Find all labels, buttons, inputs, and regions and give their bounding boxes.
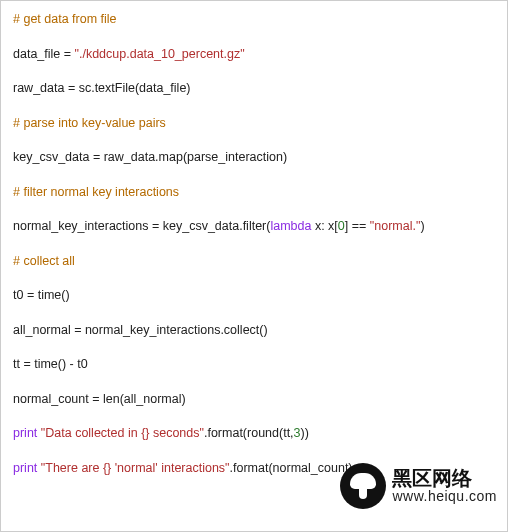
- code-line: normal_key_interactions = key_csv_data.f…: [13, 218, 495, 236]
- code-text: normal_key_interactions = key_csv_data.f…: [13, 219, 270, 233]
- code-text: )): [301, 426, 309, 440]
- code-line: raw_data = sc.textFile(data_file): [13, 80, 495, 98]
- string-literal: "There are {} 'normal' interactions": [41, 461, 230, 475]
- watermark-url: www.heiqu.com: [392, 489, 497, 504]
- code-line: key_csv_data = raw_data.map(parse_intera…: [13, 149, 495, 167]
- code-text: all_normal = normal_key_interactions.col…: [13, 323, 268, 337]
- code-line: # collect all: [13, 253, 495, 271]
- mushroom-icon: [340, 463, 386, 509]
- code-text: ] ==: [345, 219, 370, 233]
- number-literal: 3: [294, 426, 301, 440]
- keyword: print: [13, 426, 37, 440]
- watermark-text: 黑区网络 www.heiqu.com: [392, 468, 497, 504]
- code-text: raw_data = sc.textFile(data_file): [13, 81, 191, 95]
- watermark-title: 黑区网络: [392, 468, 497, 489]
- code-line: # parse into key-value pairs: [13, 115, 495, 133]
- keyword: lambda: [270, 219, 311, 233]
- code-text: x: x[: [311, 219, 337, 233]
- code-text: .format(round(tt,: [204, 426, 294, 440]
- comment: # parse into key-value pairs: [13, 116, 166, 130]
- comment: # collect all: [13, 254, 75, 268]
- code-line: normal_count = len(all_normal): [13, 391, 495, 409]
- number-literal: 0: [338, 219, 345, 233]
- code-line: print "Data collected in {} seconds".for…: [13, 425, 495, 443]
- code-text: data_file =: [13, 47, 75, 61]
- keyword: print: [13, 461, 37, 475]
- code-text: normal_count = len(all_normal): [13, 392, 186, 406]
- code-text: .format(normal_count): [230, 461, 353, 475]
- code-line: # filter normal key interactions: [13, 184, 495, 202]
- code-text: t0 = time(): [13, 288, 70, 302]
- code-line: all_normal = normal_key_interactions.col…: [13, 322, 495, 340]
- watermark: 黑区网络 www.heiqu.com: [340, 463, 497, 509]
- code-line: t0 = time(): [13, 287, 495, 305]
- code-line: tt = time() - t0: [13, 356, 495, 374]
- code-text: tt = time() - t0: [13, 357, 88, 371]
- string-literal: "normal.": [370, 219, 421, 233]
- code-text: ): [420, 219, 424, 233]
- string-literal: "./kddcup.data_10_percent.gz": [75, 47, 245, 61]
- comment: # filter normal key interactions: [13, 185, 179, 199]
- code-block: # get data from file data_file = "./kddc…: [0, 0, 508, 532]
- code-line: # get data from file: [13, 11, 495, 29]
- code-text: key_csv_data = raw_data.map(parse_intera…: [13, 150, 287, 164]
- comment: # get data from file: [13, 12, 117, 26]
- string-literal: "Data collected in {} seconds": [41, 426, 204, 440]
- code-line: data_file = "./kddcup.data_10_percent.gz…: [13, 46, 495, 64]
